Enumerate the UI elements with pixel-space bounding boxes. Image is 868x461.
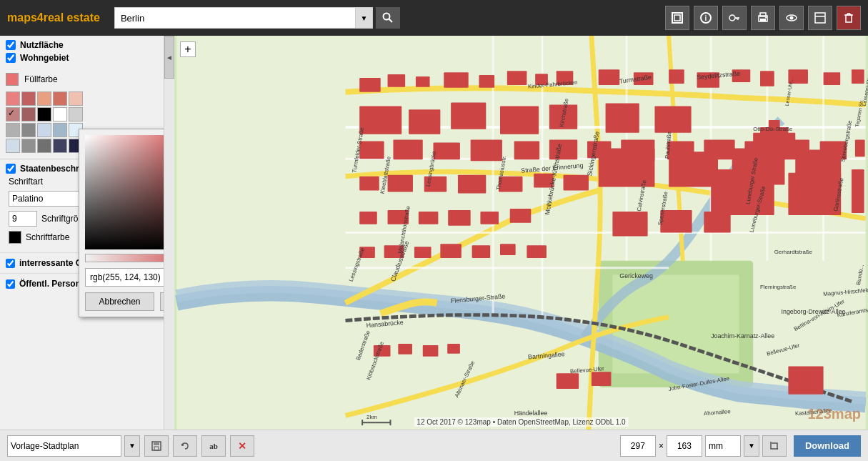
svg-rect-18 [846, 15, 852, 22]
search-input[interactable] [114, 7, 356, 29]
swatch-1[interactable] [6, 91, 20, 106]
swatch-10[interactable] [69, 107, 83, 122]
template-select[interactable] [7, 435, 121, 457]
swatch-18[interactable] [37, 139, 51, 153]
color-gradient-picker[interactable] [85, 135, 164, 249]
swatch-13[interactable] [37, 123, 51, 137]
svg-text:Joachim-Karnatz-Allee: Joachim-Karnatz-Allee [711, 332, 774, 339]
svg-text:Flemingstraße: Flemingstraße [760, 284, 797, 290]
save-frame-button[interactable] [808, 6, 832, 30]
svg-text:Gerhardtstraße: Gerhardtstraße [774, 249, 813, 255]
key-icon [728, 11, 741, 24]
picker-ok-button[interactable]: OK [160, 292, 164, 311]
logo-highlight: 4 [37, 11, 44, 24]
svg-rect-81 [458, 175, 486, 194]
map-area[interactable]: + [174, 36, 868, 430]
crop-button[interactable] [762, 435, 787, 457]
print-icon [757, 11, 769, 24]
save-icon [151, 440, 162, 452]
template-dropdown-button[interactable]: ▼ [124, 435, 140, 457]
print-tool-button[interactable] [751, 6, 775, 30]
svg-rect-111 [423, 345, 439, 357]
text-tool-button[interactable]: ab [201, 435, 226, 457]
schriftgroesse-input[interactable] [9, 211, 37, 227]
swatch-8[interactable] [37, 107, 51, 122]
poi-verkehr-checkbox[interactable] [6, 279, 15, 289]
width-input[interactable] [620, 435, 656, 457]
search-bar: ▼ [114, 7, 400, 29]
swatch-5[interactable] [69, 91, 83, 106]
fill-color-swatch[interactable] [6, 73, 19, 86]
frame-tool-button[interactable] [665, 6, 689, 30]
schriftart-input[interactable] [9, 191, 87, 207]
swatch-14[interactable] [53, 123, 67, 137]
svg-point-0 [383, 14, 389, 20]
svg-point-6 [729, 15, 735, 21]
swatch-17[interactable] [21, 139, 36, 153]
sidebar-toggle[interactable]: ◄ [164, 36, 174, 79]
search-go-button[interactable] [376, 7, 400, 29]
header: maps4real estate ▼ i [0, 0, 868, 36]
svg-rect-93 [419, 212, 439, 224]
height-input[interactable] [667, 435, 702, 457]
picker-cancel-button[interactable]: Abbrechen [85, 292, 154, 311]
svg-rect-44 [599, 69, 620, 85]
svg-rect-87 [852, 169, 864, 213]
alpha-bar[interactable] [85, 254, 164, 262]
svg-rect-63 [471, 140, 502, 162]
nutzflaeche-checkbox[interactable] [6, 40, 16, 50]
map-svg: Turmstraße Seydelitzstraße Kinder-Fahrbr… [174, 36, 868, 430]
svg-rect-96 [510, 209, 532, 223]
swatch-6[interactable] [6, 107, 20, 122]
svg-text:2km: 2km [366, 414, 377, 420]
schriftfarbe-swatch[interactable] [9, 231, 21, 244]
view-tool-button[interactable] [779, 6, 804, 30]
svg-rect-91 [359, 212, 377, 224]
svg-text:i: i [705, 14, 707, 22]
save-button[interactable] [144, 435, 169, 457]
clear-button[interactable]: ✕ [230, 435, 254, 457]
unit-select[interactable] [705, 435, 741, 457]
wohngebiet-row[interactable]: Wohngebiet [6, 53, 158, 63]
svg-point-15 [790, 16, 794, 20]
logo: maps4real estate [7, 11, 100, 24]
svg-rect-51 [824, 72, 841, 85]
svg-rect-165 [154, 442, 159, 445]
poi-orte-checkbox[interactable] [6, 259, 15, 268]
svg-rect-100 [440, 244, 462, 258]
swatch-2[interactable] [21, 91, 36, 106]
svg-rect-104 [612, 212, 647, 236]
svg-rect-73 [855, 140, 865, 157]
swatch-16[interactable] [6, 139, 20, 153]
svg-rect-112 [447, 344, 460, 354]
zoom-in-button[interactable]: + [180, 41, 196, 57]
save-frame-icon [814, 11, 827, 24]
undo-button[interactable] [173, 435, 197, 457]
swatch-11[interactable] [6, 123, 20, 137]
key-tool-button[interactable] [722, 6, 747, 30]
swatch-9[interactable] [53, 107, 67, 122]
svg-text:Händelallee: Händelallee [514, 410, 548, 417]
layers-section: Nutzfläche Wohngebiet [0, 36, 164, 70]
svg-rect-16 [815, 13, 825, 23]
swatch-12[interactable] [21, 123, 36, 137]
unit-dropdown-button[interactable]: ▼ [744, 435, 759, 457]
map-attribution: 12 Oct 2017 © 123map • Daten OpenStreetM… [414, 417, 628, 427]
svg-rect-36 [359, 78, 381, 92]
staatenbeschriftung-checkbox[interactable] [6, 164, 16, 174]
info-tool-button[interactable]: i [694, 6, 718, 30]
search-dropdown-button[interactable]: ▼ [356, 7, 373, 29]
wohngebiet-label: Wohngebiet [20, 53, 69, 63]
swatch-4[interactable] [53, 91, 67, 106]
wohngebiet-checkbox[interactable] [6, 53, 16, 63]
color-value-input[interactable] [85, 268, 164, 287]
svg-rect-64 [514, 142, 539, 160]
swatch-7[interactable] [21, 107, 36, 122]
nutzflaeche-row[interactable]: Nutzfläche [6, 40, 158, 50]
svg-rect-106 [704, 212, 730, 233]
swatch-3[interactable] [37, 91, 51, 106]
swatch-19[interactable] [53, 139, 67, 153]
download-button[interactable]: Download [794, 435, 861, 457]
delete-tool-button[interactable] [837, 6, 861, 30]
search-icon [382, 12, 394, 24]
